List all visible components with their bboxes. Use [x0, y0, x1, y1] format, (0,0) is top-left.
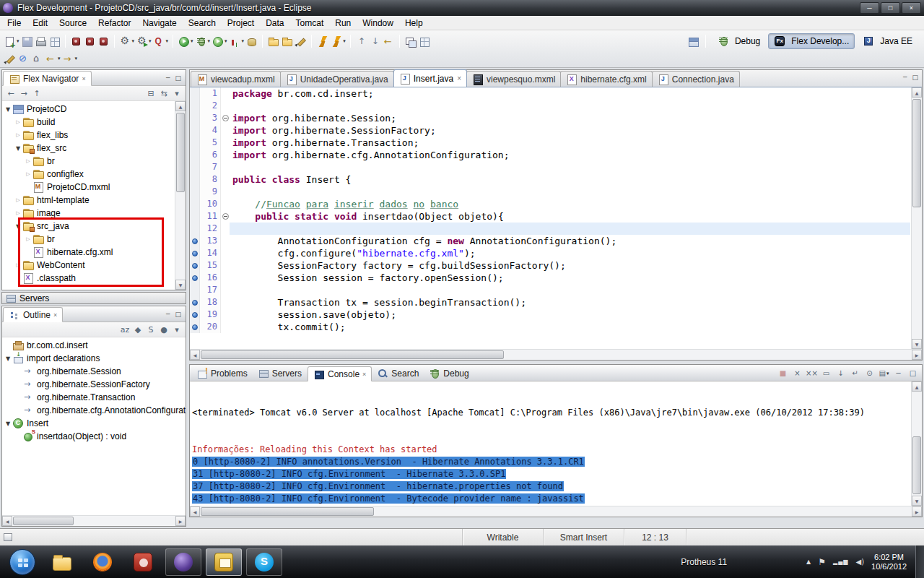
- fast-view-icon[interactable]: [0, 529, 16, 545]
- perspective-debug[interactable]: Debug: [712, 33, 766, 49]
- new-button[interactable]: ▾: [3, 33, 20, 49]
- back-button[interactable]: ▾: [44, 51, 61, 66]
- nav-item-projetocd-mxml[interactable]: ProjetoCD.mxml: [2, 181, 175, 194]
- maximize-view-button[interactable]: □: [175, 74, 181, 82]
- nav-item-flex-libs[interactable]: ▷flex_libs: [2, 129, 175, 142]
- outline-item-org-hibernate-session[interactable]: org.hibernate.Session: [2, 365, 186, 378]
- code-text[interactable]: import org.hibernate.SessionFactory;: [230, 124, 910, 137]
- editor-tab-unidadeoperativa-java[interactable]: UnidadeOperativa.java: [280, 71, 394, 87]
- up-button[interactable]: ↑: [30, 87, 43, 100]
- menu-search[interactable]: Search: [183, 17, 222, 30]
- coverage-button[interactable]: ▾: [228, 33, 245, 49]
- gutter-annotation[interactable]: [190, 137, 200, 149]
- code-text[interactable]: import org.hibernate.Session;: [230, 112, 910, 124]
- code-text[interactable]: Transaction tx = session.beginTransactio…: [230, 296, 910, 309]
- gutter-annotation[interactable]: [190, 309, 200, 321]
- editor-vscrollbar[interactable]: ▲ ▼: [911, 87, 922, 349]
- flash-button[interactable]: [315, 33, 329, 49]
- perspective-flex-develop[interactable]: Flex Develop...: [768, 33, 855, 49]
- link-with-editor-button[interactable]: ⇆: [157, 87, 170, 100]
- maximize-button[interactable]: □: [881, 2, 900, 14]
- code-line-19[interactable]: 19 session.save(objeto);: [190, 309, 910, 321]
- remove-all-button[interactable]: ××: [806, 367, 818, 379]
- expand-arrow-icon[interactable]: ▼: [4, 355, 12, 362]
- nav-item-html-template[interactable]: ▷html-template: [2, 194, 175, 207]
- scroll-left-icon[interactable]: ◀: [190, 350, 200, 360]
- menu-file[interactable]: File: [1, 17, 27, 30]
- console-tab-servers[interactable]: Servers: [253, 366, 307, 381]
- navigator-tab[interactable]: Flex Navigator ×: [3, 71, 92, 86]
- folder-a-button[interactable]: [266, 33, 280, 49]
- code-text[interactable]: import org.hibernate.cfg.AnnotationConfi…: [230, 149, 910, 161]
- code-text[interactable]: public static void insertdao(Object obje…: [230, 210, 910, 223]
- run-last-button[interactable]: ▾: [211, 33, 228, 49]
- grid-button[interactable]: [417, 33, 431, 49]
- profile-button[interactable]: ▾: [152, 33, 170, 49]
- scroll-left-icon[interactable]: ◀: [2, 516, 12, 526]
- code-text[interactable]: session.save(objeto);: [230, 309, 910, 321]
- console-text[interactable]: 0 [http-8080-2] INFO annotations.Version…: [192, 457, 585, 467]
- start-button[interactable]: [9, 549, 35, 575]
- console-tab-console[interactable]: Console×: [308, 366, 372, 381]
- db-button[interactable]: [245, 33, 258, 49]
- expand-arrow-icon[interactable]: ▼: [4, 106, 12, 113]
- gutter-annotation[interactable]: [190, 87, 200, 100]
- code-line-9[interactable]: 9: [190, 186, 910, 198]
- console-menu-button[interactable]: ▤▾: [878, 367, 890, 379]
- back-button[interactable]: ←: [4, 87, 17, 100]
- taskbar-explorer-button[interactable]: [44, 548, 80, 576]
- expand-arrow-icon[interactable]: ▷: [24, 171, 32, 177]
- editor-tab-hibernate-cfg-xml[interactable]: hibernate.cfg.xml: [560, 71, 652, 87]
- code-line-16[interactable]: 16 Session session = factory.openSession…: [190, 272, 910, 284]
- code-text[interactable]: public class Insert {: [230, 173, 910, 186]
- menu-run[interactable]: Run: [329, 17, 357, 30]
- code-text[interactable]: Session session = factory.openSession();: [230, 272, 910, 284]
- forward-button[interactable]: →: [17, 87, 30, 100]
- expand-arrow-icon[interactable]: ▷: [14, 119, 22, 125]
- close-view-icon[interactable]: ×: [82, 75, 85, 82]
- scrollbar-thumb[interactable]: [912, 99, 921, 207]
- open-perspective-icon[interactable]: [687, 35, 699, 48]
- code-line-17[interactable]: 17: [190, 284, 910, 296]
- eclipse-app-icon[interactable]: [3, 3, 13, 13]
- code-text[interactable]: [230, 161, 910, 173]
- hide-non-public-button[interactable]: ●: [157, 324, 170, 336]
- prev-ann-button[interactable]: [354, 33, 368, 49]
- code-text[interactable]: tx.commit();: [230, 321, 910, 333]
- taskbar-clock[interactable]: 6:02 PM 10/6/2012: [864, 553, 914, 571]
- console-hscrollbar[interactable]: ◀ ▶: [190, 506, 922, 517]
- nav-item-br[interactable]: ▷br: [2, 155, 175, 168]
- gutter-annotation[interactable]: [190, 284, 200, 296]
- outline-item-org-hibernate-sessionfactory[interactable]: org.hibernate.SessionFactory: [2, 378, 186, 391]
- outline-item-insert[interactable]: ▼Insert: [2, 417, 186, 430]
- taskbar-eclipse-button[interactable]: [165, 548, 201, 576]
- debug-button[interactable]: ▾: [194, 33, 212, 49]
- code-line-2[interactable]: 2: [190, 100, 910, 112]
- menu-edit[interactable]: Edit: [27, 17, 53, 30]
- code-line-14[interactable]: 14 cfg.configure("hibernate.cfg.xml");: [190, 247, 910, 259]
- minimize-editor-button[interactable]: ─: [903, 74, 907, 81]
- console-text[interactable]: 43 [http-8080-2] INFO cfg.Environment - …: [192, 493, 585, 504]
- console-text[interactable]: 37 [http-8080-2] INFO cfg.Environment - …: [192, 481, 564, 491]
- collapse-all-button[interactable]: ⊟: [144, 87, 157, 100]
- console-tab-debug[interactable]: Debug: [424, 366, 474, 381]
- fold-collapse-icon[interactable]: [222, 115, 229, 121]
- view-menu-button[interactable]: ▾: [170, 87, 183, 100]
- code-text[interactable]: import org.hibernate.Transaction;: [230, 137, 910, 149]
- expand-arrow-icon[interactable]: ▷: [14, 197, 22, 203]
- code-text[interactable]: cfg.configure("hibernate.cfg.xml");: [230, 247, 910, 259]
- navigator-scrollbar[interactable]: ▲ ▼: [175, 101, 186, 290]
- scrollbar-thumb[interactable]: [912, 436, 921, 494]
- code-line-6[interactable]: 6import org.hibernate.cfg.AnnotationConf…: [190, 149, 910, 161]
- scrollbar-thumb[interactable]: [201, 350, 504, 359]
- gutter-annotation[interactable]: [190, 235, 200, 247]
- console-vscrollbar[interactable]: ▲ ▼: [911, 381, 922, 506]
- servers-view-strip[interactable]: Servers: [1, 292, 186, 304]
- gutter-annotation[interactable]: [190, 210, 200, 223]
- code-line-20[interactable]: 20 tx.commit();: [190, 321, 910, 333]
- console-tab-search[interactable]: Search: [372, 366, 424, 381]
- folder-b-button[interactable]: [280, 33, 294, 49]
- gutter-annotation[interactable]: [190, 149, 200, 161]
- gutter-annotation[interactable]: [190, 161, 200, 173]
- console-text[interactable]: Informações: Reloading this Context has …: [192, 444, 437, 454]
